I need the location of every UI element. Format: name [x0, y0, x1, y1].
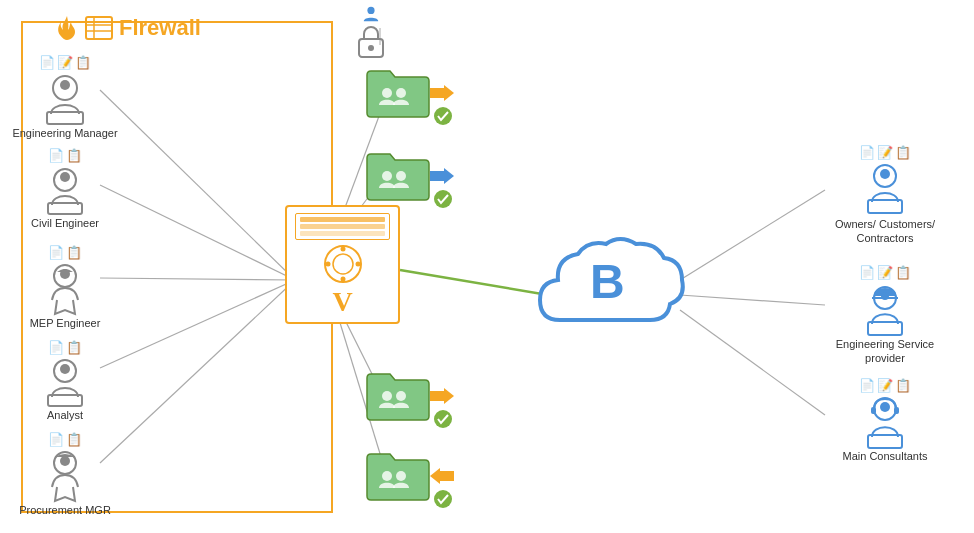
firewall-text: Firewall	[119, 15, 201, 41]
analyst-icon	[39, 357, 91, 409]
engineering-manager-node: 📄 📝 📋 Engineering Manager	[10, 55, 120, 139]
analyst-file-icons: 📄 📋	[48, 340, 82, 355]
folder-2-icon	[365, 148, 430, 203]
folder-bot-1	[365, 368, 454, 423]
svg-point-39	[382, 171, 392, 181]
svg-point-23	[60, 80, 70, 90]
svg-point-36	[396, 88, 406, 98]
lock-node	[355, 5, 387, 59]
folder-4-arrow	[430, 468, 454, 484]
cloud-icon: B	[530, 230, 690, 350]
svg-line-4	[100, 280, 295, 368]
svg-point-59	[880, 169, 890, 179]
oc-file-icons: 📄 📝 📋	[859, 145, 911, 160]
folder-1-arrow	[430, 85, 454, 101]
svg-point-42	[434, 190, 452, 208]
svg-point-46	[355, 262, 360, 267]
svg-point-54	[396, 471, 406, 481]
svg-line-1	[100, 90, 295, 280]
svg-marker-41	[430, 168, 454, 184]
diagram: Firewall 📄 📝 📋 Engineering Manager	[0, 0, 974, 533]
analyst-node: 📄 📋 Analyst	[10, 340, 120, 421]
engineering-manager-icon	[39, 72, 91, 127]
folder-1-check	[434, 107, 452, 125]
mep-engineer-icon	[39, 262, 91, 317]
firewall-grid-icon	[85, 16, 113, 40]
folder-2-check	[434, 190, 452, 208]
svg-line-13	[680, 310, 825, 415]
engineering-service-node: 📄 📝 📋 Engineering Serviceprovider	[820, 265, 950, 366]
svg-point-26	[60, 172, 70, 182]
svg-point-31	[60, 364, 70, 374]
cloud-node: B	[530, 230, 690, 353]
svg-rect-15	[86, 17, 112, 39]
svg-point-49	[382, 391, 392, 401]
owners-customers-node: 📄 📝 📋 Owners/ Customers/Contractors	[820, 145, 950, 246]
svg-marker-51	[430, 388, 454, 404]
svg-point-44	[333, 254, 353, 274]
owners-label: Owners/ Customers/Contractors	[835, 217, 935, 246]
folder-bot-2	[365, 448, 454, 503]
svg-rect-60	[868, 200, 902, 213]
folder-4-icon	[365, 448, 430, 503]
folder-2-arrow	[430, 168, 454, 184]
svg-text:B: B	[590, 255, 625, 308]
svg-rect-27	[48, 203, 82, 214]
folder-top-2	[365, 148, 454, 203]
em-file-icons: 📄 📝 📋	[39, 55, 91, 70]
svg-point-40	[396, 171, 406, 181]
svg-point-53	[382, 471, 392, 481]
vault-dial-icon	[323, 244, 363, 284]
mep-engineer-label: MEP Engineer	[30, 317, 101, 329]
svg-point-21	[368, 45, 374, 51]
owners-icon	[859, 162, 911, 217]
svg-point-35	[382, 88, 392, 98]
svg-point-48	[325, 262, 330, 267]
svg-line-11	[680, 190, 825, 280]
svg-point-38	[434, 107, 452, 125]
svg-point-50	[396, 391, 406, 401]
svg-rect-24	[47, 112, 83, 124]
es-file-icons: 📄 📝 📋	[859, 265, 911, 280]
firewall-label: Firewall	[55, 14, 201, 42]
folder-3-check	[434, 410, 452, 428]
svg-line-10	[400, 270, 548, 295]
procurement-mgr-node: 📄 📋 Procurement MGR	[10, 432, 120, 516]
procurement-mgr-label: Procurement MGR	[19, 504, 111, 516]
svg-marker-37	[430, 85, 454, 101]
main-consultants-node: 📄 📝 📋 Main Consultants	[820, 378, 950, 462]
folder-3-icon	[365, 368, 430, 423]
svg-rect-67	[871, 407, 876, 414]
mc-file-icons: 📄 📝 📋	[859, 378, 911, 393]
main-consultants-icon	[859, 395, 911, 450]
svg-line-3	[100, 278, 295, 280]
svg-rect-64	[868, 322, 902, 335]
svg-point-63	[881, 292, 889, 300]
svg-point-56	[434, 490, 452, 508]
svg-rect-69	[868, 435, 902, 448]
svg-line-5	[100, 280, 295, 463]
civil-engineer-label: Civil Engineer	[31, 217, 99, 229]
svg-marker-55	[430, 468, 454, 484]
engineering-service-label: Engineering Serviceprovider	[836, 337, 934, 366]
svg-point-29	[60, 269, 70, 279]
engineering-service-icon	[859, 282, 911, 337]
folder-3-arrow	[430, 388, 454, 404]
civil-engineer-node: 📄 📋 Civil Engineer	[10, 148, 120, 229]
civil-engineer-icon	[39, 165, 91, 217]
lock-person-icon	[362, 5, 380, 23]
mep-file-icons: 📄 📋	[48, 245, 82, 260]
folder-1-icon	[365, 65, 430, 120]
pm-file-icons: 📄 📋	[48, 432, 82, 447]
svg-point-34	[60, 456, 70, 466]
ce-file-icons: 📄 📋	[48, 148, 82, 163]
main-consultants-label: Main Consultants	[843, 450, 928, 462]
server-box: V	[285, 205, 400, 324]
svg-point-47	[340, 277, 345, 282]
analyst-label: Analyst	[47, 409, 83, 421]
svg-line-12	[680, 295, 825, 305]
flame-icon	[55, 14, 79, 42]
svg-point-19	[367, 7, 374, 14]
svg-rect-32	[48, 395, 82, 406]
engineering-manager-label: Engineering Manager	[12, 127, 117, 139]
